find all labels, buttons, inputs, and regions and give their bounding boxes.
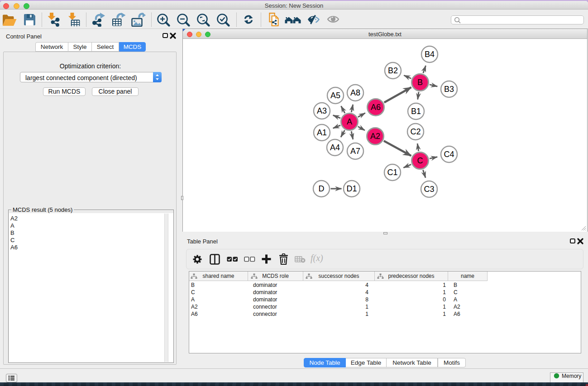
svg-text:A8: A8 — [350, 88, 360, 97]
svg-text:A1: A1 — [317, 128, 327, 137]
svg-text:B4: B4 — [425, 50, 435, 59]
svg-text:A3: A3 — [317, 106, 327, 115]
svg-text:A4: A4 — [330, 143, 340, 152]
svg-text:A: A — [347, 117, 352, 126]
svg-text:D: D — [319, 184, 325, 193]
svg-text:C: C — [417, 156, 423, 165]
svg-text:B: B — [417, 78, 423, 87]
svg-text:B3: B3 — [444, 85, 454, 94]
svg-text:A2: A2 — [370, 132, 380, 141]
svg-text:B2: B2 — [388, 66, 398, 75]
svg-text:A5: A5 — [330, 91, 340, 100]
svg-text:B1: B1 — [411, 107, 421, 116]
svg-text:A7: A7 — [350, 147, 360, 156]
svg-text:C2: C2 — [410, 127, 421, 136]
svg-text:D1: D1 — [346, 184, 357, 193]
svg-text:C4: C4 — [444, 150, 454, 159]
svg-text:C3: C3 — [424, 185, 434, 194]
svg-text:A6: A6 — [371, 103, 381, 112]
svg-text:C1: C1 — [387, 168, 397, 177]
